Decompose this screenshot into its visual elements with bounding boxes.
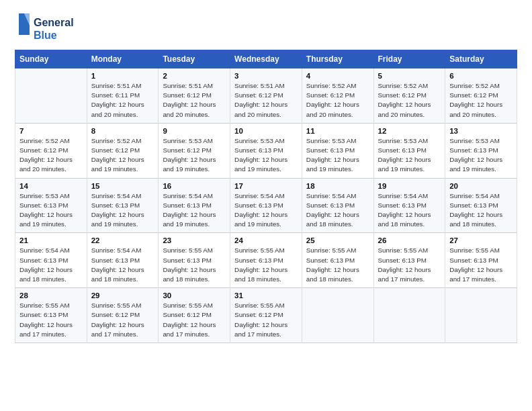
sunset-text: Sunset: 6:12 PM: [234, 310, 298, 320]
day-number: 22: [91, 236, 154, 244]
sunrise-text: Sunrise: 5:55 AM: [91, 301, 154, 310]
sunset-text: Sunset: 6:12 PM: [378, 91, 441, 100]
day-cell: 3Sunrise: 5:51 AMSunset: 6:12 PMDaylight…: [230, 68, 302, 124]
day-number: 25: [306, 236, 369, 244]
sunrise-text: Sunrise: 5:54 AM: [234, 191, 298, 201]
daylight-text: Daylight: 12 hours: [163, 155, 226, 165]
day-number: 14: [19, 182, 83, 190]
daylight-text2: and 19 minutes.: [163, 220, 226, 229]
sunset-text: Sunset: 6:13 PM: [449, 256, 513, 265]
day-number: 19: [378, 182, 441, 190]
sunrise-text: Sunrise: 5:55 AM: [163, 246, 226, 255]
day-number: 4: [306, 72, 369, 80]
day-detail: Sunrise: 5:55 AMSunset: 6:13 PMDaylight:…: [163, 246, 226, 284]
sunrise-text: Sunrise: 5:51 AM: [91, 81, 154, 91]
day-cell: 5Sunrise: 5:52 AMSunset: 6:12 PMDaylight…: [373, 68, 445, 124]
sunrise-text: Sunrise: 5:54 AM: [449, 191, 513, 201]
sunrise-text: Sunrise: 5:55 AM: [378, 246, 441, 255]
day-cell: 8Sunrise: 5:52 AMSunset: 6:12 PMDaylight…: [87, 123, 159, 178]
day-cell: 28Sunrise: 5:55 AMSunset: 6:13 PMDayligh…: [15, 288, 87, 343]
day-number: 13: [449, 127, 513, 135]
day-cell: 1Sunrise: 5:51 AMSunset: 6:11 PMDaylight…: [87, 68, 159, 124]
daylight-text2: and 20 minutes.: [306, 110, 369, 120]
day-detail: Sunrise: 5:54 AMSunset: 6:13 PMDaylight:…: [378, 191, 441, 230]
sunrise-text: Sunrise: 5:55 AM: [19, 301, 83, 310]
day-detail: Sunrise: 5:54 AMSunset: 6:13 PMDaylight:…: [19, 246, 83, 284]
sunset-text: Sunset: 6:12 PM: [163, 146, 226, 155]
sunrise-text: Sunrise: 5:55 AM: [234, 301, 298, 310]
day-cell: 17Sunrise: 5:54 AMSunset: 6:13 PMDayligh…: [230, 178, 302, 233]
day-detail: Sunrise: 5:54 AMSunset: 6:13 PMDaylight:…: [449, 191, 513, 230]
col-header-saturday: Saturday: [445, 50, 517, 68]
day-cell: 20Sunrise: 5:54 AMSunset: 6:13 PMDayligh…: [445, 178, 517, 233]
daylight-text2: and 19 minutes.: [449, 165, 513, 174]
daylight-text2: and 18 minutes.: [306, 275, 369, 284]
daylight-text2: and 17 minutes.: [19, 330, 83, 339]
day-cell: 23Sunrise: 5:55 AMSunset: 6:13 PMDayligh…: [159, 233, 230, 288]
daylight-text: Daylight: 12 hours: [449, 265, 513, 275]
daylight-text: Daylight: 12 hours: [19, 155, 83, 165]
day-detail: Sunrise: 5:54 AMSunset: 6:13 PMDaylight:…: [91, 246, 154, 284]
daylight-text2: and 18 minutes.: [449, 220, 513, 229]
day-cell: 6Sunrise: 5:52 AMSunset: 6:12 PMDaylight…: [445, 68, 517, 124]
day-cell: 12Sunrise: 5:53 AMSunset: 6:13 PMDayligh…: [373, 123, 445, 178]
sunrise-text: Sunrise: 5:51 AM: [163, 81, 226, 91]
daylight-text2: and 17 minutes.: [449, 275, 513, 284]
day-cell: 21Sunrise: 5:54 AMSunset: 6:13 PMDayligh…: [15, 233, 87, 288]
daylight-text2: and 20 minutes.: [91, 110, 154, 120]
sunrise-text: Sunrise: 5:54 AM: [306, 191, 369, 201]
sunrise-text: Sunrise: 5:55 AM: [306, 246, 369, 255]
sunrise-text: Sunrise: 5:54 AM: [378, 191, 441, 201]
sunrise-text: Sunrise: 5:52 AM: [306, 81, 369, 91]
sunrise-text: Sunrise: 5:53 AM: [306, 136, 369, 146]
day-cell: [373, 288, 445, 343]
col-header-tuesday: Tuesday: [159, 50, 230, 68]
daylight-text: Daylight: 12 hours: [19, 320, 83, 330]
day-number: 27: [449, 236, 513, 244]
sunset-text: Sunset: 6:13 PM: [163, 201, 226, 210]
col-header-wednesday: Wednesday: [230, 50, 302, 68]
daylight-text2: and 19 minutes.: [234, 220, 298, 229]
day-detail: Sunrise: 5:52 AMSunset: 6:12 PMDaylight:…: [19, 136, 83, 175]
day-detail: Sunrise: 5:55 AMSunset: 6:13 PMDaylight:…: [378, 246, 441, 284]
calendar-table: SundayMondayTuesdayWednesdayThursdayFrid…: [15, 50, 517, 343]
sunrise-text: Sunrise: 5:53 AM: [378, 136, 441, 146]
day-detail: Sunrise: 5:53 AMSunset: 6:13 PMDaylight:…: [449, 136, 513, 175]
daylight-text2: and 17 minutes.: [234, 330, 298, 339]
day-cell: 27Sunrise: 5:55 AMSunset: 6:13 PMDayligh…: [445, 233, 517, 288]
day-cell: 13Sunrise: 5:53 AMSunset: 6:13 PMDayligh…: [445, 123, 517, 178]
sunrise-text: Sunrise: 5:54 AM: [19, 246, 83, 255]
daylight-text: Daylight: 12 hours: [378, 265, 441, 275]
daylight-text2: and 17 minutes.: [163, 330, 226, 339]
col-header-friday: Friday: [373, 50, 445, 68]
sunrise-text: Sunrise: 5:55 AM: [449, 246, 513, 255]
logo-svg: GeneralBlue: [15, 12, 75, 44]
sunset-text: Sunset: 6:13 PM: [378, 146, 441, 155]
day-number: 6: [449, 72, 513, 80]
sunset-text: Sunset: 6:13 PM: [91, 201, 154, 210]
day-number: 21: [19, 236, 83, 244]
day-detail: Sunrise: 5:51 AMSunset: 6:12 PMDaylight:…: [163, 81, 226, 120]
col-header-monday: Monday: [87, 50, 159, 68]
daylight-text: Daylight: 12 hours: [163, 320, 226, 330]
sunrise-text: Sunrise: 5:53 AM: [234, 136, 298, 146]
day-cell: 18Sunrise: 5:54 AMSunset: 6:13 PMDayligh…: [302, 178, 373, 233]
sunset-text: Sunset: 6:13 PM: [378, 256, 441, 265]
day-cell: 29Sunrise: 5:55 AMSunset: 6:12 PMDayligh…: [87, 288, 159, 343]
day-number: 28: [19, 291, 83, 300]
daylight-text: Daylight: 12 hours: [234, 320, 298, 330]
sunrise-text: Sunrise: 5:52 AM: [19, 136, 83, 146]
daylight-text2: and 20 minutes.: [234, 110, 298, 120]
daylight-text: Daylight: 12 hours: [306, 210, 369, 220]
week-row: 7Sunrise: 5:52 AMSunset: 6:12 PMDaylight…: [15, 123, 517, 178]
sunset-text: Sunset: 6:13 PM: [19, 310, 83, 320]
daylight-text2: and 19 minutes.: [378, 165, 441, 174]
daylight-text: Daylight: 12 hours: [449, 155, 513, 165]
sunrise-text: Sunrise: 5:55 AM: [234, 246, 298, 255]
day-number: 18: [306, 182, 369, 190]
day-cell: [302, 288, 373, 343]
daylight-text2: and 19 minutes.: [234, 165, 298, 174]
day-detail: Sunrise: 5:52 AMSunset: 6:12 PMDaylight:…: [306, 81, 369, 120]
day-detail: Sunrise: 5:54 AMSunset: 6:13 PMDaylight:…: [234, 191, 298, 230]
day-cell: 15Sunrise: 5:54 AMSunset: 6:13 PMDayligh…: [87, 178, 159, 233]
